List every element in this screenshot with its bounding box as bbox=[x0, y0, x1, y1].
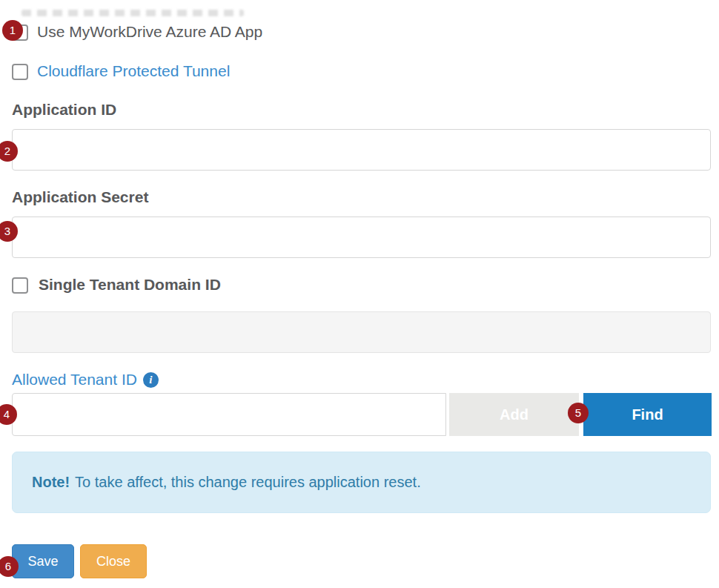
cloudflare-tunnel-label[interactable]: Cloudflare Protected Tunnel bbox=[37, 62, 230, 80]
step-badge-1: 1 bbox=[2, 20, 23, 41]
application-secret-input[interactable] bbox=[12, 217, 711, 258]
add-button[interactable]: Add bbox=[449, 393, 579, 436]
azure-ad-settings-panel: 1 2 3 4 5 6 Use MyWorkDrive Azure AD App… bbox=[0, 0, 719, 588]
single-tenant-input bbox=[12, 311, 711, 353]
note-alert-text: To take affect, this change requires app… bbox=[75, 474, 421, 491]
allowed-tenant-label-row: Allowed Tenant ID i bbox=[12, 371, 159, 389]
allowed-tenant-input[interactable] bbox=[12, 393, 446, 436]
note-alert-title: Note! bbox=[32, 474, 70, 491]
save-button[interactable]: Save bbox=[12, 544, 74, 578]
application-id-heading: Application ID bbox=[12, 101, 116, 119]
application-secret-heading: Application Secret bbox=[12, 188, 148, 206]
single-tenant-checkbox[interactable] bbox=[12, 277, 28, 294]
find-button[interactable]: Find bbox=[583, 393, 712, 436]
application-id-input[interactable] bbox=[12, 129, 711, 171]
note-alert: Note! To take affect, this change requir… bbox=[12, 452, 711, 513]
single-tenant-label: Single Tenant Domain ID bbox=[39, 276, 221, 294]
step-badge-5: 5 bbox=[568, 403, 589, 423]
use-azure-ad-label: Use MyWorkDrive Azure AD App bbox=[37, 23, 262, 41]
info-circle-icon[interactable]: i bbox=[143, 372, 159, 388]
cloudflare-tunnel-checkbox[interactable] bbox=[12, 64, 28, 80]
close-button[interactable]: Close bbox=[80, 544, 147, 578]
allowed-tenant-label[interactable]: Allowed Tenant ID bbox=[12, 371, 137, 389]
top-crop-artifact bbox=[21, 10, 244, 16]
